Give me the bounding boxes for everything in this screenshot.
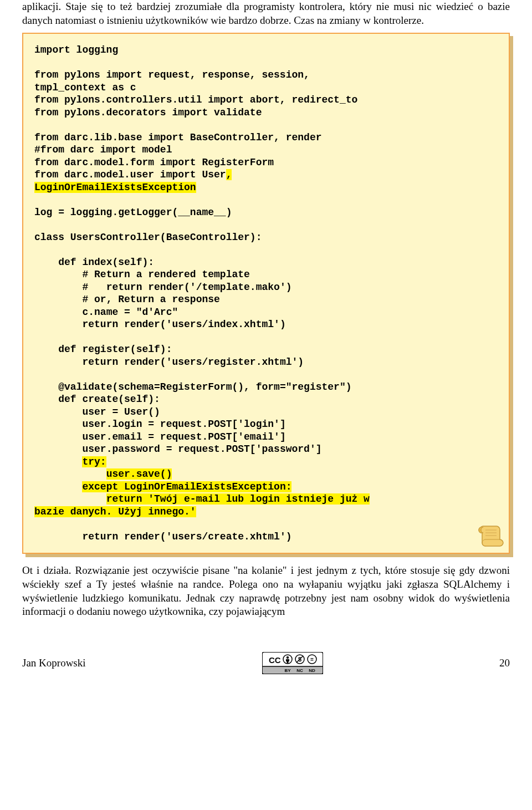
paragraph-bottom: Ot i działa. Rozwiązanie jest oczywiście… (22, 564, 510, 619)
page-number: 20 (499, 656, 510, 670)
page-footer: Jan Koprowski CC $ = BY NC ND 20 (22, 652, 510, 674)
author-name: Jan Koprowski (22, 656, 86, 670)
svg-text:NC: NC (296, 668, 303, 673)
paragraph-top: aplikacji. Staje się to też bardziej zro… (22, 0, 510, 27)
svg-point-8 (287, 656, 289, 659)
svg-text:ND: ND (309, 668, 315, 673)
scroll-icon (478, 524, 504, 548)
svg-text:BY: BY (284, 668, 291, 673)
code-block: import logging from pylons import reques… (22, 33, 510, 554)
code-block-container: import logging from pylons import reques… (22, 33, 510, 554)
svg-text:CC: CC (269, 655, 281, 665)
cc-license-badge: CC $ = BY NC ND (262, 652, 323, 674)
svg-text:=: = (310, 656, 314, 663)
